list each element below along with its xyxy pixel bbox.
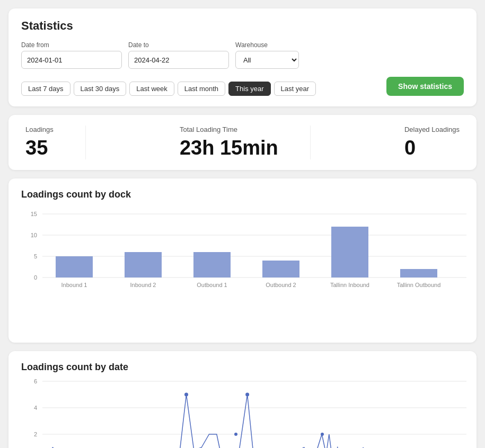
- last-30-days-button[interactable]: Last 30 days: [74, 82, 127, 96]
- stats-summary: Loadings 35 Total Loading Time 23h 15min…: [8, 115, 477, 170]
- warehouse-label: Warehouse: [235, 41, 299, 49]
- date-from-input[interactable]: [21, 51, 122, 69]
- svg-text:Outbound 2: Outbound 2: [266, 282, 296, 288]
- bar-chart-svg: 15 10 5 0 Inbound 1 Inbound 2 Outbound 1…: [21, 209, 466, 330]
- this-year-button[interactable]: This year: [228, 82, 270, 96]
- svg-text:Inbound 1: Inbound 1: [61, 282, 87, 288]
- bar-tallinn-inbound: [331, 227, 368, 277]
- dot-feb20: [234, 433, 237, 436]
- dot-mar31: [321, 433, 324, 436]
- last-month-button[interactable]: Last month: [178, 82, 225, 96]
- svg-text:Tallinn Outbound: Tallinn Outbound: [397, 282, 441, 288]
- loadings-value: 35: [25, 137, 54, 159]
- delayed-loadings-label: Delayed Loadings: [404, 126, 460, 133]
- bar-chart-card: Loadings count by dock 15 10 5 0 Inbound…: [8, 178, 477, 343]
- date-to-label: Date to: [128, 41, 229, 49]
- line-chart-title: Loadings count by date: [21, 362, 464, 373]
- svg-text:5: 5: [34, 253, 37, 259]
- svg-text:Tallinn Inbound: Tallinn Inbound: [330, 282, 369, 288]
- svg-text:0: 0: [34, 274, 37, 281]
- delayed-loadings-value: 0: [404, 137, 460, 159]
- bar-chart-title: Loadings count by dock: [21, 189, 464, 200]
- bar-outbound1: [193, 252, 231, 277]
- date-from-group: Date from: [21, 41, 122, 69]
- date-from-label: Date from: [21, 41, 122, 49]
- total-loading-time-label: Total Loading Time: [180, 126, 278, 133]
- last-week-button[interactable]: Last week: [129, 82, 174, 96]
- date-to-group: Date to: [128, 41, 229, 69]
- warehouse-group: Warehouse All Warehouse 1 Warehouse 2: [235, 41, 299, 69]
- bar-outbound2: [262, 261, 299, 277]
- svg-text:4: 4: [34, 405, 37, 411]
- line-chart-card: Loadings count by date 6 4 2 0 Jan 1 Jan…: [8, 351, 477, 448]
- svg-text:Inbound 2: Inbound 2: [130, 282, 156, 288]
- loadings-label: Loadings: [25, 126, 54, 133]
- dot-mar1-peak: [245, 393, 249, 397]
- svg-text:2: 2: [34, 431, 37, 437]
- dot-feb10-peak: [184, 393, 188, 397]
- line-chart-svg: 6 4 2 0 Jan 1 Jan 11 Jan 21 Jan 31 Feb 1…: [21, 381, 466, 448]
- loadings-stat: Loadings 35: [25, 126, 86, 159]
- warehouse-select[interactable]: All Warehouse 1 Warehouse 2: [235, 51, 299, 69]
- bar-inbound1: [56, 256, 93, 277]
- total-loading-time-stat: Total Loading Time 23h 15min: [148, 126, 311, 159]
- show-statistics-button[interactable]: Show statistics: [386, 77, 464, 96]
- svg-text:15: 15: [31, 211, 37, 217]
- svg-text:Outbound 1: Outbound 1: [197, 282, 227, 288]
- bar-inbound2: [125, 252, 162, 277]
- bar-tallinn-outbound: [400, 269, 437, 277]
- page-title: Statistics: [21, 19, 464, 33]
- date-filter-buttons: Last 7 days Last 30 days Last week Last …: [21, 82, 316, 96]
- line-path: [42, 395, 374, 448]
- delayed-loadings-stat: Delayed Loadings 0: [373, 126, 460, 159]
- svg-text:6: 6: [34, 378, 37, 384]
- last-year-button[interactable]: Last year: [274, 82, 316, 96]
- svg-text:10: 10: [31, 232, 37, 238]
- last-7-days-button[interactable]: Last 7 days: [21, 82, 70, 96]
- total-loading-time-value: 23h 15min: [180, 137, 278, 159]
- date-to-input[interactable]: [128, 51, 229, 69]
